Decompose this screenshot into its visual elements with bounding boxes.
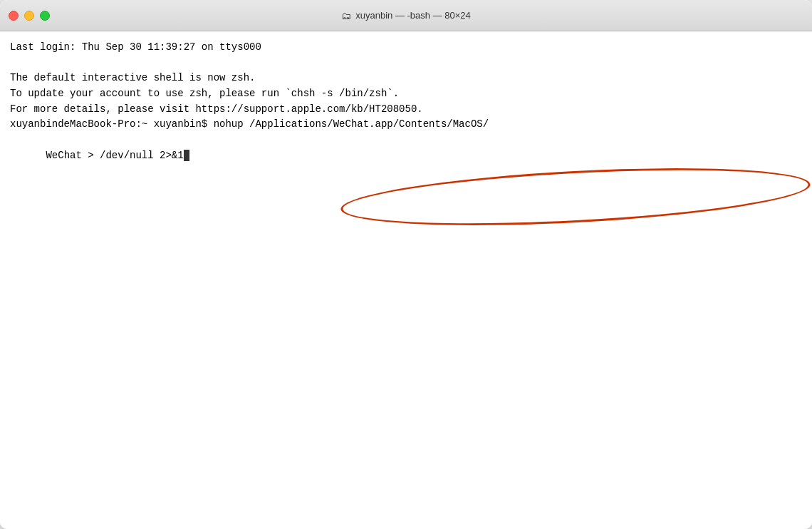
terminal-cursor [184,150,189,161]
terminal-line [10,56,802,71]
terminal-line: The default interactive shell is now zsh… [10,71,802,86]
folder-icon: 🗂 [341,10,351,21]
terminal-line: Last login: Thu Sep 30 11:39:27 on ttys0… [10,40,802,56]
terminal-line-last: WeChat > /dev/null 2>&1 [10,133,802,179]
window-title: xuyanbin — -bash — 80×24 [355,10,471,21]
maximize-button[interactable] [40,11,50,21]
minimize-button[interactable] [24,11,34,21]
titlebar: 🗂 xuyanbin — -bash — 80×24 [0,0,812,31]
terminal-line: xuyanbindeMacBook-Pro:~ xuyanbin$ nohup … [10,117,802,133]
terminal-window: 🗂 xuyanbin — -bash — 80×24 Last login: T… [0,0,812,529]
traffic-lights [9,11,50,21]
close-button[interactable] [9,11,19,21]
terminal-line: To update your account to use zsh, pleas… [10,86,802,102]
terminal-body[interactable]: Last login: Thu Sep 30 11:39:27 on ttys0… [0,31,812,529]
terminal-line: For more details, please visit https://s… [10,102,802,118]
titlebar-title: 🗂 xuyanbin — -bash — 80×24 [341,10,471,21]
